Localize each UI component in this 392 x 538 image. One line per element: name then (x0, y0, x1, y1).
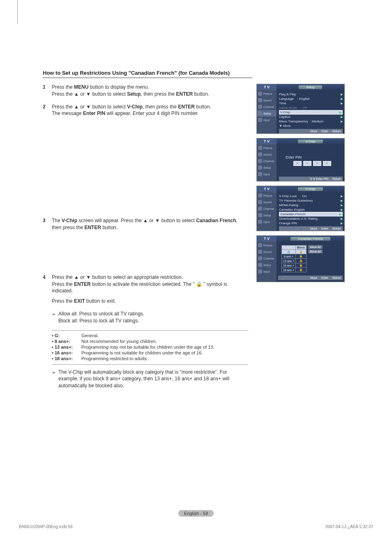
footer-hint: Return (332, 130, 341, 133)
manual-page: How to Set up Restrictions Using "Canadi… (0, 0, 392, 414)
osd-tv-label: T V (257, 236, 277, 242)
osd-tv-label: T V (257, 84, 277, 90)
side-label: Picture (263, 147, 272, 149)
footer-hint: Enter (321, 227, 328, 230)
side-label: Setup (263, 264, 271, 267)
chevron-right-icon: ▶ (341, 120, 343, 123)
rating-desc: General. (81, 333, 248, 338)
step-2: 2 Press the ▲ or ▼ button to select V-Ch… (43, 103, 248, 117)
footer-hint: Return (332, 227, 341, 230)
setup-icon (258, 166, 262, 170)
rating-desc: Programming restricted to adults. (81, 356, 248, 361)
osd-main: Plug & Play▶ Language : English▶ Time▶ G… (277, 90, 344, 133)
osd-title: Setup (299, 85, 322, 89)
text: The (52, 218, 62, 223)
row-label: Plug & Play (279, 92, 296, 96)
text-bold: ENTER (176, 91, 193, 97)
side-label: Channel (263, 160, 274, 163)
text: button. (101, 225, 118, 230)
chevron-right-icon: ▶ (339, 111, 341, 114)
chevron-right-icon: ▶ (341, 102, 343, 105)
text-bold: EXIT (74, 298, 85, 304)
footer-hint: Move (310, 130, 317, 133)
text: Press the (52, 84, 74, 90)
step-3: 3 The V-Chip screen will appear. Press t… (43, 217, 248, 231)
block-all-button: Block All (308, 250, 322, 253)
row-label: TV Parental Guidelines (279, 199, 313, 202)
row-label: ▼ More (279, 124, 291, 128)
text-bold: MENU (74, 84, 88, 90)
chevron-right-icon: ▶ (339, 213, 341, 216)
doc-id: BN68-01094P-00Eng.indb 59 (19, 524, 73, 529)
side-label: Channel (263, 257, 274, 260)
row-label: Downloadable U.S. Rating (279, 217, 318, 221)
section-title: How to Set up Restrictions Using "Canadi… (43, 70, 252, 78)
chevron-right-icon: ▶ (341, 115, 343, 119)
row-value: : On (300, 194, 307, 198)
grid-header: Block (296, 246, 307, 250)
footer-hint: 0~9 Enter PIN (310, 177, 328, 180)
sound-icon (258, 250, 262, 254)
text-bold: Setup (127, 91, 141, 97)
text: Press the (52, 298, 74, 304)
text: Press the ▲ or ▼ button to select (52, 91, 127, 97)
row-label: MPAA Rating (279, 203, 298, 207)
side-label: Sound (263, 153, 272, 156)
channel-icon (258, 159, 262, 163)
input-icon (258, 172, 262, 176)
row-label: Change PIN (279, 221, 297, 225)
setup-icon (258, 213, 262, 217)
text: button. (193, 91, 209, 97)
chevron-right-icon: ▶ (341, 208, 343, 212)
text: Press the ▲ or ▼ button to select (52, 104, 127, 110)
osd-title: V-Chip (298, 140, 323, 143)
text-bold: Enter PIN (83, 110, 105, 116)
row-value: : Off (301, 106, 307, 110)
lock-icon: 🔒 (296, 254, 307, 259)
rating-label: • 16 ans+: (52, 350, 81, 355)
row-value: : Medium (310, 120, 323, 123)
text: will appear. Enter your 4 digit PIN numb… (105, 110, 198, 116)
text-bold: Canadian French (196, 218, 236, 223)
text: screen will appear. Press the ▲ or ▼ but… (77, 218, 196, 223)
allow-all-button: Allow All (308, 245, 322, 249)
setup-icon (258, 111, 262, 115)
lock-icon: 🔒 (296, 268, 307, 272)
pointer-icon: ➢ (52, 310, 56, 318)
row-label: Caption (279, 115, 291, 119)
step-number: 4 (43, 274, 52, 305)
input-icon (258, 220, 262, 224)
lock-icon: 🔒 (296, 259, 307, 263)
page-number-badge: English - 59 (178, 510, 214, 517)
osd-canadian-french: T V Canadian French Picture Sound Channe… (256, 235, 345, 282)
pin-digit: * (313, 161, 321, 166)
osd-sidebar: Picture Sound Channel Setup Input (257, 145, 277, 181)
text-bold: Block all: (58, 318, 78, 324)
grid-cat: G (282, 250, 296, 254)
side-label: Sound (263, 99, 272, 102)
side-label: Picture (263, 92, 272, 95)
text: Press the ▲ or ▼ button to select an app… (52, 274, 183, 280)
footer-hint: Enter (321, 276, 328, 279)
rating-label: • 13 ans+: (52, 345, 81, 349)
channel-icon (258, 256, 262, 260)
side-label: Channel (263, 207, 274, 210)
row-value: : English (297, 97, 310, 101)
side-label: Input (263, 270, 270, 273)
ratings-definitions: • G:General. • 8 ans+:Not recommended fo… (52, 330, 248, 365)
rating-desc: Not recommended for young children. (81, 339, 248, 344)
text: button to display the menu. (88, 84, 149, 90)
picture-icon (258, 193, 262, 198)
side-label: Picture (263, 244, 272, 247)
pin-digit: * (303, 161, 311, 166)
chevron-right-icon: ▶ (341, 217, 343, 221)
text-bold: ENTER (84, 225, 101, 230)
text-bold: V-Chip (127, 104, 143, 110)
channel-icon (258, 105, 262, 109)
side-label: Channel (263, 106, 274, 108)
rating-label: • G: (52, 333, 81, 338)
step-number: 1 (43, 84, 52, 98)
rating-label: • 8 ans+: (52, 339, 81, 344)
lock-icon: 🔒 (296, 263, 307, 268)
step-number: 2 (43, 103, 52, 117)
